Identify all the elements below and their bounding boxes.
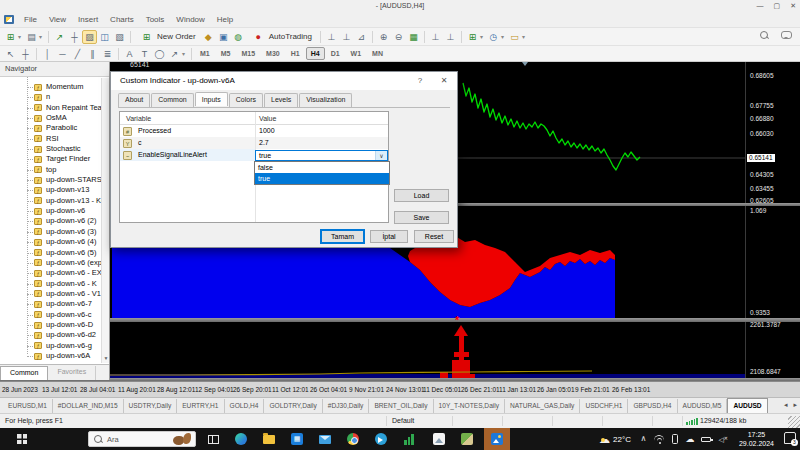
navigator-item[interactable]: n <box>0 92 109 102</box>
navigator-item[interactable]: up-down-v6 (expiry) <box>0 258 109 268</box>
menu-item[interactable]: Charts <box>104 15 140 24</box>
symbol-tab-audusd[interactable]: AUDUSD <box>727 398 767 413</box>
new-order-button[interactable]: ⊞ New Order <box>134 29 201 44</box>
close-button[interactable]: ✕ <box>790 0 796 12</box>
chevron-down-icon[interactable]: ▾ <box>37 30 44 44</box>
cursor-icon[interactable]: ↖ <box>3 47 18 61</box>
line-chart-icon[interactable]: ⊿ <box>354 30 369 44</box>
symbol-tab-usdchf[interactable]: USDCHF,H1 <box>580 399 628 413</box>
navigator-icon[interactable]: ▨ <box>82 30 97 44</box>
timeframe-mn[interactable]: MN <box>367 47 388 60</box>
chevron-down-icon[interactable]: ▾ <box>180 47 187 61</box>
cancel-button[interactable]: İptal <box>370 230 408 243</box>
resize-grip[interactable] <box>788 416 800 428</box>
tabs-scroll-right-icon[interactable]: ▸ <box>793 401 797 409</box>
navigator-item[interactable]: up-down-v6 (3) <box>0 227 109 237</box>
symbol-tab-tnotes[interactable]: 10Y_T-NOTES,Daily <box>434 399 505 413</box>
start-button[interactable] <box>0 428 44 450</box>
navigator-item[interactable]: Target Finder <box>0 154 109 164</box>
subwindow-divider[interactable] <box>0 318 800 322</box>
minimize-button[interactable]: — <box>757 0 764 12</box>
navigator-item[interactable]: up-down-v6 (4) <box>0 237 109 247</box>
photos-button[interactable] <box>484 428 510 450</box>
navigator-header[interactable]: Navigator <box>0 62 109 77</box>
tabs-scroll-left-icon[interactable]: ◂ <box>784 401 788 409</box>
vertical-line-icon[interactable]: │ <box>40 47 55 61</box>
dialog-tab-common[interactable]: Common <box>151 93 193 107</box>
strategy-tester-icon[interactable]: ▧ <box>112 30 127 44</box>
maps-button[interactable] <box>454 428 480 450</box>
navigator-item[interactable]: up-down-v6 - V1 <box>0 289 109 299</box>
wifi-icon[interactable] <box>653 435 665 444</box>
navigator-item[interactable]: up-down-v13 <box>0 185 109 195</box>
save-button[interactable]: Save <box>394 211 449 224</box>
symbol-tab-usdtry[interactable]: USDTRY,Daily <box>124 399 178 413</box>
zoom-in-icon[interactable]: ⊕ <box>376 30 391 44</box>
dialog-tab-levels[interactable]: Levels <box>264 93 298 107</box>
navigator-item[interactable]: up-down-v6 <box>0 206 109 216</box>
load-button[interactable]: Load <box>394 189 449 202</box>
menu-item[interactable]: Help <box>211 15 239 24</box>
navigator-item[interactable]: OsMA <box>0 113 109 123</box>
status-profile[interactable]: Default <box>392 417 414 424</box>
option-true[interactable]: true <box>255 173 389 184</box>
table-row[interactable]: #Processed 1000 <box>120 125 388 137</box>
menu-item[interactable]: View <box>43 15 72 24</box>
navigator-item[interactable]: up-down-v6 (5) <box>0 248 109 258</box>
metaeditor-icon[interactable]: ◆ <box>201 30 216 44</box>
zoom-out-icon[interactable]: ⊖ <box>391 30 406 44</box>
notification-icon[interactable]: 3 <box>784 432 796 444</box>
scale-auto-icon[interactable]: ⊥ <box>443 30 458 44</box>
market-icon[interactable]: ◍ <box>231 30 246 44</box>
navigator-item[interactable]: up-down-v6-d2 <box>0 330 109 340</box>
fibonacci-icon[interactable]: ≣ <box>100 47 115 61</box>
menu-item[interactable]: Tools <box>140 15 171 24</box>
table-row[interactable]: ~EnableSignalLineAlert true ∨ <box>120 149 388 161</box>
param-value[interactable]: 1000 <box>255 125 275 137</box>
horizontal-line-icon[interactable]: ─ <box>55 47 70 61</box>
symbol-tab-dollar-ind[interactable]: #DOLLAR_IND,M15 <box>53 399 124 413</box>
explorer-button[interactable] <box>256 428 282 450</box>
navigator-item[interactable]: up-down-v6 (2) <box>0 216 109 226</box>
tab-favorites[interactable]: Favorites <box>48 366 96 380</box>
option-false[interactable]: false <box>255 162 389 173</box>
timeframe-d1[interactable]: D1 <box>326 47 345 60</box>
metatrader-button[interactable] <box>396 428 422 450</box>
volume-muted-icon[interactable] <box>718 435 728 444</box>
chevron-down-icon[interactable]: ▾ <box>16 30 23 44</box>
chevron-down-icon[interactable]: ∨ <box>375 151 387 160</box>
subwindow-divider[interactable] <box>0 378 800 381</box>
navigator-item[interactable]: up-down-STARS <box>0 175 109 185</box>
viewer-button[interactable] <box>426 428 452 450</box>
mail-button[interactable] <box>312 428 338 450</box>
text-label-icon[interactable]: T <box>137 47 152 61</box>
navigator-item[interactable]: up-down-v6-g <box>0 341 109 351</box>
weather-widget[interactable]: 22°C <box>592 428 638 450</box>
dialog-tab-colors[interactable]: Colors <box>229 93 263 107</box>
symbol-tab-goldtry[interactable]: GOLDTRY,Daily <box>264 399 322 413</box>
taskbar-clock[interactable]: 17:25 29.02.2024 <box>739 430 774 448</box>
maximize-button[interactable]: ▢ <box>774 0 781 12</box>
navigator-item[interactable]: up-down-v6-D <box>0 320 109 330</box>
search-input[interactable]: Ara <box>88 431 196 447</box>
store-button[interactable]: ▦ <box>284 428 310 450</box>
navigator-item[interactable]: Non Repaint Team_A <box>0 103 109 113</box>
edge-button[interactable] <box>228 428 254 450</box>
task-view-button[interactable] <box>200 428 226 450</box>
dialog-help-button[interactable]: ? <box>409 72 431 90</box>
channel-icon[interactable]: ∥ <box>85 47 100 61</box>
tab-common[interactable]: Common <box>0 366 48 380</box>
symbol-tab-eurusd-m1[interactable]: EURUSD,M1 <box>3 399 53 413</box>
menu-item[interactable]: Insert <box>72 15 104 24</box>
auto-scroll-icon[interactable]: ┼ <box>67 30 82 44</box>
timeframe-h1[interactable]: H1 <box>286 47 305 60</box>
timeframe-w1[interactable]: W1 <box>346 47 367 60</box>
chevron-down-icon[interactable]: ▾ <box>520 30 527 44</box>
autotrading-button[interactable]: ● AutoTrading <box>246 29 317 44</box>
timeframe-h4[interactable]: H4 <box>306 47 325 60</box>
symbol-tab-natgas[interactable]: NATURAL_GAS,Daily <box>505 399 580 413</box>
battery-icon[interactable] <box>701 437 711 442</box>
trendline-icon[interactable]: ╱ <box>70 47 85 61</box>
timeframe-m15[interactable]: M15 <box>236 47 260 60</box>
symbol-tab-audusd-m5[interactable]: AUDUSD,M5 <box>678 399 728 413</box>
